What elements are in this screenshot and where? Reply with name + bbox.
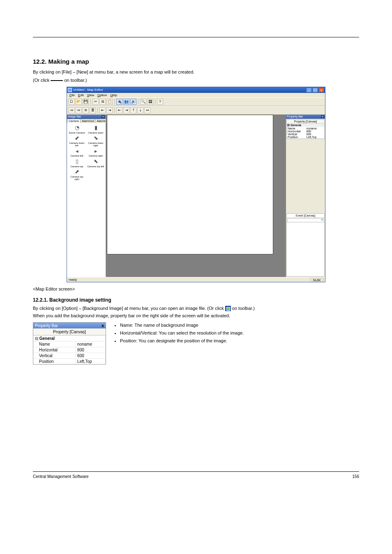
- tab-camera[interactable]: Camera: [67, 119, 81, 123]
- close-icon[interactable]: ×: [321, 115, 324, 118]
- align-icon[interactable]: ≋: [83, 107, 89, 113]
- camera-item[interactable]: ◂Camera left: [68, 148, 86, 157]
- toolbar-main: 🗋 📂 💾 ✂ ⧉ 📋 🔌 👥 🔊 🔍 🖼 ?: [67, 97, 325, 106]
- align-icon[interactable]: ⇡: [130, 107, 136, 113]
- camera-label: Camera left: [68, 155, 86, 157]
- camera-label: Camera top left: [87, 165, 105, 168]
- tool-paste-icon[interactable]: 📋: [106, 99, 113, 105]
- titlebar: Untitled - Map Editor _ □ ×: [67, 87, 325, 93]
- camera-icon: ⬋: [73, 135, 81, 141]
- imagebar-header: Image Bar ×: [67, 115, 106, 119]
- screenshot-caption: <Map Editor screen>: [33, 286, 359, 291]
- close-icon[interactable]: x: [101, 323, 104, 328]
- property-bar-figure: Property Bar x Property [Canvas] General…: [33, 322, 106, 365]
- prop-key: Name: [287, 127, 306, 130]
- tool-new-icon[interactable]: 🗋: [69, 99, 75, 105]
- bullet-item: Name: The name of background image: [120, 322, 244, 328]
- camera-item[interactable]: ⬋Camera down left: [68, 135, 86, 147]
- section-title-text: Making a map: [48, 58, 89, 65]
- separator: [114, 107, 115, 113]
- camera-icon: ▮: [92, 125, 100, 131]
- menu-help[interactable]: Help: [111, 93, 117, 97]
- close-icon[interactable]: ×: [101, 115, 105, 118]
- app-icon: [68, 88, 72, 92]
- property-row[interactable]: Namenoname: [33, 342, 106, 347]
- camera-label: Camera down: [87, 132, 105, 134]
- tool-bgimage-icon[interactable]: 🖼: [147, 99, 153, 105]
- align-icon[interactable]: ⇤: [99, 107, 106, 113]
- propertybar-header: Property Bar ×: [286, 115, 325, 119]
- workarea: Image Bar × Camera AlarmOut AlarmIn ◔Dom…: [67, 115, 325, 277]
- prop-key: Position: [33, 359, 76, 365]
- tool-zoom-icon[interactable]: 🔍: [140, 99, 146, 105]
- camera-item[interactable]: ⬊Camera down right: [87, 135, 105, 147]
- tool-copy-icon[interactable]: ⧉: [99, 99, 106, 105]
- property-row[interactable]: Vertical600: [287, 133, 324, 136]
- tool-cut-icon[interactable]: ✂: [92, 99, 99, 105]
- property-row[interactable]: Namenoname: [287, 127, 324, 130]
- prop-value: noname: [306, 127, 325, 130]
- separator: [138, 99, 138, 105]
- tool-user-icon[interactable]: 👥: [123, 99, 129, 105]
- camera-icon: ◂: [73, 148, 81, 154]
- minimize-button[interactable]: _: [306, 88, 312, 92]
- footer-right: 156: [352, 474, 359, 479]
- tool-open-icon[interactable]: 📂: [76, 99, 82, 105]
- propfig-subheading: Property [Canvas]: [33, 328, 106, 335]
- camera-item[interactable]: ⬈Camera top right: [68, 169, 86, 181]
- property-row[interactable]: PositionLeft,Top: [33, 359, 106, 365]
- align-icon[interactable]: ⇔: [144, 107, 150, 113]
- align-icon[interactable]: ⇣: [137, 107, 143, 113]
- maximize-button[interactable]: □: [312, 88, 318, 92]
- prop-key: Vertical: [287, 133, 306, 136]
- align-icon[interactable]: ⇔: [76, 107, 82, 113]
- align-icon[interactable]: ⇥: [123, 107, 129, 113]
- camera-item[interactable]: ▮Camera down: [87, 125, 105, 134]
- camera-icon: ◔: [73, 125, 81, 131]
- tool-connect-icon[interactable]: 🔌: [116, 99, 122, 105]
- propfig-header: Property Bar x: [33, 323, 106, 328]
- separator: [155, 99, 155, 105]
- align-icon[interactable]: ≣: [90, 107, 96, 113]
- tool-help-icon[interactable]: ?: [157, 99, 163, 105]
- menu-option[interactable]: Option: [97, 93, 107, 97]
- camera-label: Camera right: [87, 155, 105, 157]
- camera-grid: ◔Dome Camera▮Camera down⬋Camera down lef…: [67, 123, 106, 277]
- align-icon[interactable]: ⇥: [106, 107, 113, 113]
- canvas-area: [106, 115, 286, 277]
- property-row[interactable]: Horizontal800: [33, 347, 106, 353]
- tool-sound-icon[interactable]: 🔊: [130, 99, 136, 105]
- align-icon[interactable]: ⇤: [116, 107, 122, 113]
- subsection-heading: 12.2.1. Background image setting: [33, 297, 359, 303]
- property-row[interactable]: Horizontal800: [287, 130, 324, 133]
- menu-edit[interactable]: Edit: [78, 93, 84, 97]
- menu-view[interactable]: View: [87, 93, 94, 97]
- property-row[interactable]: Vertical600: [33, 353, 106, 359]
- camera-icon: ⬉: [92, 158, 100, 165]
- property-row[interactable]: PositionLeft,Top: [287, 136, 324, 138]
- camera-item[interactable]: ⬉Camera top left: [87, 158, 105, 168]
- menu-file[interactable]: File: [69, 93, 75, 97]
- camera-item[interactable]: ▸Camera right: [87, 148, 105, 157]
- property-group-row: General: [33, 336, 106, 342]
- tab-alarmout[interactable]: AlarmOut: [80, 119, 96, 123]
- tool-save-icon[interactable]: 💾: [83, 99, 89, 105]
- event-dropdown[interactable]: [287, 218, 324, 222]
- camera-item[interactable]: ▯Camera top: [68, 158, 86, 168]
- separator: [114, 99, 115, 105]
- status-num: NUM: [310, 278, 323, 282]
- prop-key: Horizontal: [33, 347, 76, 353]
- prop-value: Left,Top: [76, 359, 106, 365]
- bullet-item: Position: You can designate the position…: [120, 338, 244, 344]
- page-footer: Central Management Software 156: [33, 471, 359, 479]
- align-icon[interactable]: ⇔: [69, 107, 75, 113]
- canvas[interactable]: [107, 115, 273, 254]
- prop-value: 600: [306, 133, 325, 136]
- property-box: Property [Canvas] ⊟ General NamenonameHo…: [286, 119, 325, 139]
- separator: [97, 107, 98, 113]
- status-left: ready: [69, 278, 77, 282]
- prop-key: Name: [33, 342, 76, 347]
- propertybar-title: Property Bar: [287, 115, 303, 118]
- close-button[interactable]: ×: [318, 88, 324, 92]
- camera-item[interactable]: ◔Dome Camera: [68, 125, 86, 134]
